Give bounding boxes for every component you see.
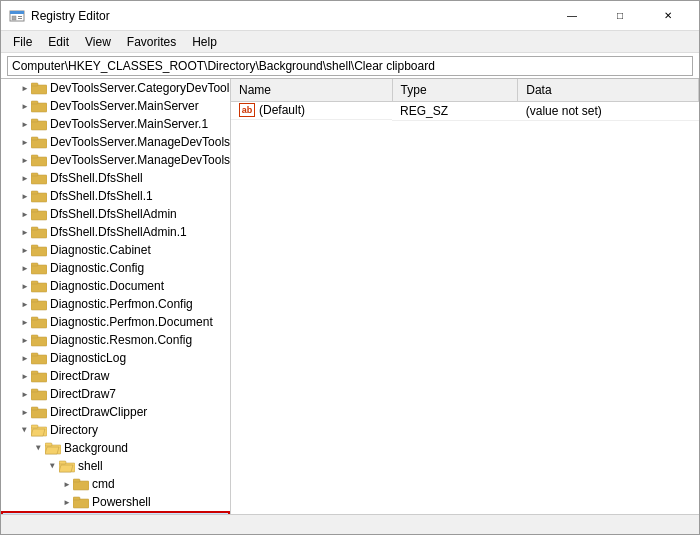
tree-item-dfsshell2[interactable]: ► DfsShell.DfsShell.1 bbox=[1, 187, 230, 205]
table-row[interactable]: ab(Default)REG_SZ(value not set) bbox=[231, 101, 699, 120]
address-input[interactable] bbox=[7, 56, 693, 76]
tree-arrow-directory: ► bbox=[19, 424, 31, 436]
tree-label-diag6: Diagnostic.Resmon.Config bbox=[50, 333, 192, 347]
value-name-text: (Default) bbox=[259, 103, 305, 117]
menu-favorites[interactable]: Favorites bbox=[119, 31, 184, 52]
folder-closed-icon bbox=[73, 495, 89, 509]
folder-closed-icon bbox=[73, 477, 89, 491]
svg-rect-30 bbox=[31, 299, 38, 302]
registry-values: Name Type Data ab(Default)REG_SZ(value n… bbox=[231, 79, 699, 514]
svg-rect-3 bbox=[18, 16, 22, 17]
address-bar bbox=[1, 53, 699, 79]
tree-item-dfsshell4[interactable]: ► DfsShell.DfsShellAdmin.1 bbox=[1, 223, 230, 241]
svg-rect-20 bbox=[31, 209, 38, 212]
svg-rect-17 bbox=[31, 193, 47, 202]
tree-label-devtools1: DevToolsServer.CategoryDevTools bbox=[50, 81, 231, 95]
tree-item-background[interactable]: ► Background bbox=[1, 439, 230, 457]
svg-rect-22 bbox=[31, 227, 38, 230]
tree-item-cmd[interactable]: ► cmd bbox=[1, 475, 230, 493]
tree-item-devtools5[interactable]: ► DevToolsServer.ManageDevTools. bbox=[1, 151, 230, 169]
tree-label-diaglog: DiagnosticLog bbox=[50, 351, 126, 365]
svg-rect-23 bbox=[31, 247, 47, 256]
status-bar bbox=[1, 514, 699, 534]
folder-open-icon bbox=[45, 441, 61, 455]
svg-rect-42 bbox=[31, 407, 38, 410]
tree-label-dd2: DirectDraw7 bbox=[50, 387, 116, 401]
menu-view[interactable]: View bbox=[77, 31, 119, 52]
svg-rect-7 bbox=[31, 103, 47, 112]
tree-arrow-background: ► bbox=[33, 442, 45, 454]
col-name: Name bbox=[231, 79, 392, 101]
tree-label-diag2: Diagnostic.Config bbox=[50, 261, 144, 275]
menu-help[interactable]: Help bbox=[184, 31, 225, 52]
svg-rect-34 bbox=[31, 335, 38, 338]
svg-rect-39 bbox=[31, 391, 47, 400]
svg-rect-11 bbox=[31, 139, 47, 148]
minimize-button[interactable]: — bbox=[549, 1, 595, 31]
tree-item-devtools2[interactable]: ► DevToolsServer.MainServer bbox=[1, 97, 230, 115]
tree-item-dfsshell1[interactable]: ► DfsShell.DfsShell bbox=[1, 169, 230, 187]
tree-arrow-diag2: ► bbox=[19, 262, 31, 274]
svg-rect-37 bbox=[31, 373, 47, 382]
tree-arrow-shell: ► bbox=[47, 460, 59, 472]
maximize-button[interactable]: □ bbox=[597, 1, 643, 31]
menu-file[interactable]: File bbox=[5, 31, 40, 52]
tree-item-devtools1[interactable]: ► DevToolsServer.CategoryDevTools bbox=[1, 79, 230, 97]
tree-arrow-dd1: ► bbox=[19, 370, 31, 382]
folder-closed-icon bbox=[31, 351, 47, 365]
tree-arrow-diag6: ► bbox=[19, 334, 31, 346]
tree-item-dfsshell3[interactable]: ► DfsShell.DfsShellAdmin bbox=[1, 205, 230, 223]
tree-item-devtools3[interactable]: ► DevToolsServer.MainServer.1 bbox=[1, 115, 230, 133]
tree-label-cmd: cmd bbox=[92, 477, 115, 491]
tree-label-dd3: DirectDrawClipper bbox=[50, 405, 147, 419]
tree-item-dd3[interactable]: ► DirectDrawClipper bbox=[1, 403, 230, 421]
tree-item-diag2[interactable]: ► Diagnostic.Config bbox=[1, 259, 230, 277]
tree-label-powershell: Powershell bbox=[92, 495, 151, 509]
folder-closed-icon bbox=[31, 279, 47, 293]
tree-arrow-diaglog: ► bbox=[19, 352, 31, 364]
tree-item-diaglog[interactable]: ► DiagnosticLog bbox=[1, 349, 230, 367]
svg-rect-54 bbox=[73, 499, 89, 508]
tree-item-dd1[interactable]: ► DirectDraw bbox=[1, 367, 230, 385]
svg-rect-24 bbox=[31, 245, 38, 248]
tree-arrow-devtools3: ► bbox=[19, 118, 31, 130]
tree-arrow-dfsshell4: ► bbox=[19, 226, 31, 238]
tree-item-diag6[interactable]: ► Diagnostic.Resmon.Config bbox=[1, 331, 230, 349]
svg-rect-6 bbox=[31, 83, 38, 86]
title-bar: Registry Editor — □ ✕ bbox=[1, 1, 699, 31]
svg-rect-41 bbox=[31, 409, 47, 418]
tree-label-diag4: Diagnostic.Perfmon.Config bbox=[50, 297, 193, 311]
svg-rect-40 bbox=[31, 389, 38, 392]
tree-arrow-diag4: ► bbox=[19, 298, 31, 310]
svg-rect-21 bbox=[31, 229, 47, 238]
tree-arrow-diag5: ► bbox=[19, 316, 31, 328]
folder-open-icon bbox=[31, 423, 47, 437]
tree-item-shell[interactable]: ► shell bbox=[1, 457, 230, 475]
tree-label-diag5: Diagnostic.Perfmon.Document bbox=[50, 315, 213, 329]
folder-closed-icon bbox=[31, 297, 47, 311]
values-table: Name Type Data ab(Default)REG_SZ(value n… bbox=[231, 79, 699, 121]
menu-edit[interactable]: Edit bbox=[40, 31, 77, 52]
tree-arrow-devtools4: ► bbox=[19, 136, 31, 148]
tree-item-diag4[interactable]: ► Diagnostic.Perfmon.Config bbox=[1, 295, 230, 313]
tree-item-dd2[interactable]: ► DirectDraw7 bbox=[1, 385, 230, 403]
tree-item-diag5[interactable]: ► Diagnostic.Perfmon.Document bbox=[1, 313, 230, 331]
tree-item-diag3[interactable]: ► Diagnostic.Document bbox=[1, 277, 230, 295]
close-button[interactable]: ✕ bbox=[645, 1, 691, 31]
tree-arrow-powershell: ► bbox=[61, 496, 73, 508]
registry-tree[interactable]: ► DevToolsServer.CategoryDevTools► DevTo… bbox=[1, 79, 231, 514]
svg-rect-32 bbox=[31, 317, 38, 320]
col-type: Type bbox=[392, 79, 518, 101]
svg-rect-15 bbox=[31, 175, 47, 184]
tree-item-devtools4[interactable]: ► DevToolsServer.ManageDevTools bbox=[1, 133, 230, 151]
svg-rect-9 bbox=[31, 121, 47, 130]
tree-item-powershell[interactable]: ► Powershell bbox=[1, 493, 230, 511]
folder-closed-icon bbox=[31, 135, 47, 149]
folder-closed-icon bbox=[31, 189, 47, 203]
tree-arrow-diag3: ► bbox=[19, 280, 31, 292]
svg-rect-25 bbox=[31, 265, 47, 274]
svg-rect-1 bbox=[10, 11, 24, 14]
svg-rect-55 bbox=[73, 497, 80, 500]
tree-item-diag1[interactable]: ► Diagnostic.Cabinet bbox=[1, 241, 230, 259]
tree-item-directory[interactable]: ► Directory bbox=[1, 421, 230, 439]
